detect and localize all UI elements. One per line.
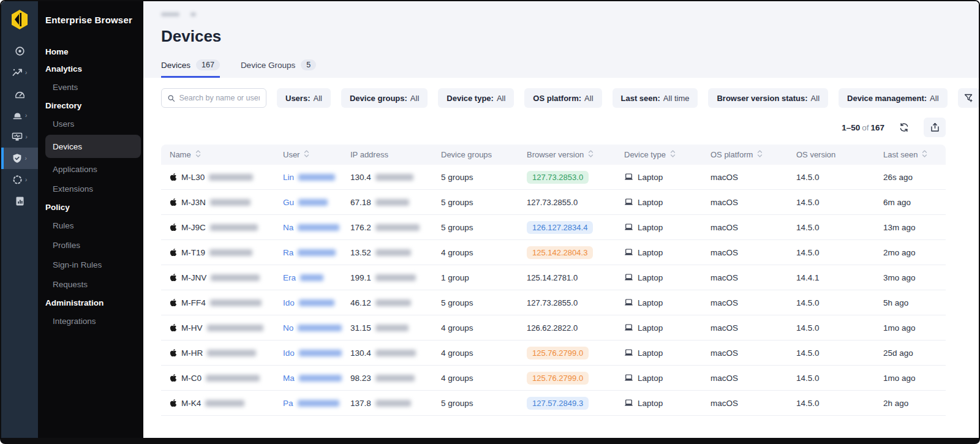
version-badge: 125.76.2799.0 <box>527 347 589 359</box>
redacted-name <box>211 274 260 281</box>
device-type-cell: Laptop <box>616 348 702 358</box>
sidebar-item-directory[interactable]: Directory <box>45 97 141 114</box>
search-input[interactable] <box>179 94 260 102</box>
filter-chip-browser-version-status[interactable]: Browser version status:All <box>708 88 828 108</box>
tab-devices[interactable]: Devices167 <box>161 59 220 78</box>
redacted-name <box>206 375 260 382</box>
filter-bar: Users:AllDevice groups:AllDevice type:Al… <box>161 88 946 108</box>
table-row[interactable]: M-J3N Gu 67.18 5 groups 127.73.2855.0 La… <box>161 190 946 215</box>
version-badge: 127.73.2855.0 <box>527 296 583 309</box>
sort-icon[interactable] <box>304 150 309 159</box>
sidebar-item-users[interactable]: Users <box>45 114 141 134</box>
table-row[interactable]: M-JNV Era 199.1 1 group 125.14.2781.0 La… <box>161 265 946 290</box>
table-row[interactable]: M-HR Ido 130.4 4 groups 125.76.2799.0 La… <box>161 341 946 366</box>
sort-icon[interactable] <box>757 150 763 159</box>
sort-icon[interactable] <box>922 150 927 159</box>
user-link[interactable]: Lin <box>283 173 294 182</box>
sidebar-item-sign-in-rules[interactable]: Sign-in Rules <box>45 255 141 274</box>
search-box[interactable] <box>161 88 266 108</box>
user-link[interactable]: Ido <box>283 298 295 307</box>
filter-chip-last-seen[interactable]: Last seen:All time <box>612 88 698 108</box>
sidebar-item-devices[interactable]: Devices <box>45 135 141 158</box>
rail-item-dotted-circle[interactable]: › <box>1 169 38 190</box>
os-platform-cell: macOS <box>702 173 788 182</box>
column-header-browser-version[interactable]: Browser version <box>518 150 616 159</box>
user-link[interactable]: Pa <box>283 399 293 408</box>
os-version-cell: 14.5.0 <box>788 173 875 182</box>
export-button[interactable] <box>924 118 946 137</box>
sidebar-item-policy[interactable]: Policy <box>45 198 141 216</box>
os-version-cell: 14.5.0 <box>788 348 875 358</box>
add-filter-button[interactable] <box>958 88 979 108</box>
table-row[interactable]: M-FF4 Ido 46.12 5 groups 127.73.2855.0 L… <box>161 290 946 315</box>
version-badge: 127.73.2855.0 <box>527 196 583 209</box>
sort-icon[interactable] <box>670 150 676 159</box>
version-badge: 125.14.2781.0 <box>527 271 583 284</box>
chip-value: All <box>410 94 419 103</box>
table-row[interactable]: M-C0 Ma 98.23 4 groups 125.76.2799.0 Lap… <box>161 366 946 391</box>
laptop-icon <box>624 374 633 382</box>
column-header-last-seen[interactable]: Last seen <box>875 150 946 159</box>
device-name-cell: M-C0 <box>161 374 274 383</box>
filter-chip-device-groups[interactable]: Device groups:All <box>341 88 428 108</box>
apple-icon <box>170 198 177 206</box>
sidebar-item-events[interactable]: Events <box>45 77 141 97</box>
filter-chip-os-platform[interactable]: OS platform:All <box>524 88 601 108</box>
rail-item-device-monitor[interactable]: › <box>1 126 38 148</box>
column-header-device-type[interactable]: Device type <box>616 150 702 159</box>
user-link[interactable]: Ido <box>283 348 295 358</box>
device-name: M-JNV <box>181 273 206 282</box>
tab-label: Device Groups <box>241 61 295 70</box>
sidebar-item-home[interactable]: Home <box>45 43 141 60</box>
column-header-user[interactable]: User <box>274 150 342 159</box>
tab-device-groups[interactable]: Device Groups5 <box>241 59 316 78</box>
user-link[interactable]: Ra <box>283 248 293 257</box>
user-link[interactable]: Ma <box>283 374 295 383</box>
pagination-range: 1–50of167 <box>842 123 884 132</box>
table-row[interactable]: M-L30 Lin 130.4 5 groups 127.73.2853.0 L… <box>161 165 946 190</box>
tab-count-badge: 167 <box>196 59 220 70</box>
user-link[interactable]: Era <box>283 273 296 282</box>
sidebar-item-administration[interactable]: Administration <box>45 294 141 311</box>
table-row[interactable]: M-K4 Pa 137.8 5 groups 127.57.2849.3 Lap… <box>161 391 946 416</box>
rail-item-shield-check[interactable]: › <box>1 148 38 169</box>
filter-chip-device-type[interactable]: Device type:All <box>438 88 514 108</box>
sidebar-item-rules[interactable]: Rules <box>45 216 141 235</box>
user-link[interactable]: No <box>283 323 293 333</box>
column-header-name[interactable]: Name <box>161 150 274 159</box>
device-type: Laptop <box>638 223 663 232</box>
rail-item-target[interactable] <box>1 40 38 62</box>
filter-chip-users[interactable]: Users:All <box>277 88 331 108</box>
os-version-cell: 14.5.0 <box>788 198 875 207</box>
user-link[interactable]: Gu <box>283 198 294 207</box>
table-row[interactable]: M-HV No 31.15 4 groups 126.62.2822.0 Lap… <box>161 315 946 341</box>
redacted-ip <box>375 274 416 281</box>
sidebar-item-integrations[interactable]: Integrations <box>45 311 141 331</box>
sidebar-item-extensions[interactable]: Extensions <box>45 179 141 198</box>
table-row[interactable]: M-J9C Na 176.2 5 groups 126.127.2834.4 L… <box>161 215 946 240</box>
sidebar-item-profiles[interactable]: Profiles <box>45 235 141 255</box>
last-seen-cell: 6m ago <box>875 198 946 207</box>
column-header-os-platform[interactable]: OS platform <box>702 150 788 159</box>
rail-item-dashboard-gauge[interactable] <box>1 83 38 105</box>
refresh-button[interactable] <box>897 118 911 137</box>
chip-label: Device management: <box>847 94 927 103</box>
table-row[interactable]: M-T19 Ra 13.52 4 groups 125.142.2804.3 L… <box>161 240 946 265</box>
rail-item-alarm[interactable]: › <box>1 105 38 126</box>
redacted-name <box>210 299 262 306</box>
column-label: Device groups <box>441 150 492 159</box>
browser-version-cell: 125.142.2804.3 <box>518 246 616 259</box>
apple-icon <box>170 273 177 282</box>
chip-value: All <box>584 94 593 103</box>
brand-logo[interactable] <box>1 1 38 38</box>
rail-item-analytics-trend[interactable]: › <box>1 62 38 83</box>
tab-bar: Devices167Device Groups5 <box>161 59 946 78</box>
sidebar-item-analytics[interactable]: Analytics <box>45 60 141 77</box>
filter-chip-device-management[interactable]: Device management:All <box>839 88 948 108</box>
sidebar-item-applications[interactable]: Applications <box>45 159 141 179</box>
sort-icon[interactable] <box>588 150 594 159</box>
rail-item-report-doc[interactable] <box>1 190 38 212</box>
sort-icon[interactable] <box>195 150 201 159</box>
user-link[interactable]: Na <box>283 223 293 232</box>
sidebar-item-requests[interactable]: Requests <box>45 274 141 294</box>
